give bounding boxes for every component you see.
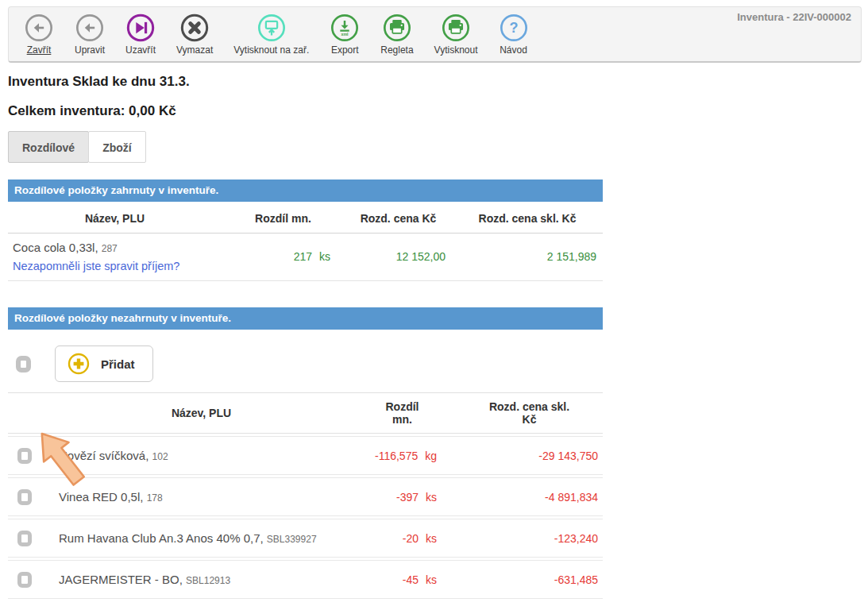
add-item-row: Přidat: [8, 345, 603, 383]
print-to-device-circle-icon: [257, 13, 287, 43]
main-content: Inventura Sklad ke dnu 31.3. Celkem inve…: [8, 74, 603, 599]
table-row: Vinea RED 0,5l 178 -397 ks -4 891,834: [8, 477, 603, 516]
table-row: Rum Havana Club An.3 Anos 40% 0,7 SBL339…: [8, 519, 603, 558]
item-name-cell: Coca cola 0,33l 287 Nezapomněli jste spr…: [8, 241, 222, 272]
toolbar-button-vytisknout-na-zar[interactable]: Vytisknout na zař.: [223, 13, 319, 56]
column-header-stock-price: Rozd. cena skl. Kč: [456, 400, 603, 426]
fix-receipt-link[interactable]: Nezapomněli jste spravit příjem?: [13, 260, 222, 272]
toolbar-button-uzavrit[interactable]: Uzavřít: [115, 13, 166, 56]
item-name-cell: JAGERMEISTER - BO SBL12913: [54, 573, 349, 586]
price-value: 12 152,00: [345, 250, 452, 263]
table-row: Coca cola 0,33l 287 Nezapomněli jste spr…: [8, 234, 603, 281]
qty-cell: 217 ks: [222, 250, 345, 263]
item-plu: 287: [102, 243, 118, 254]
item-plu: 102: [152, 451, 168, 462]
export-xml-circle-icon: xml: [330, 13, 360, 43]
row-checkbox[interactable]: [17, 489, 32, 505]
select-all-checkbox[interactable]: [16, 356, 31, 372]
qty-unit: ks: [319, 250, 330, 263]
toolbar-label: Zavřít: [27, 44, 52, 56]
item-plu: 178: [147, 492, 163, 504]
item-name-cell: Rum Havana Club An.3 Anos 40% 0,7 SBL339…: [54, 531, 349, 545]
item-name: JAGERMEISTER - BO: [59, 573, 183, 586]
toolbar-label: Uzavřít: [125, 44, 156, 56]
toolbar-button-vymazat[interactable]: Vymazat: [166, 13, 223, 56]
item-name-cell: Vinea RED 0,5l 178: [54, 490, 349, 504]
skip-to-end-circle-icon: [125, 13, 156, 43]
qty-value: -20: [403, 532, 419, 545]
column-header-name: Název, PLU: [54, 407, 349, 419]
x-circle-icon: [179, 13, 210, 43]
item-name: Hovězí svíčková: [59, 449, 149, 462]
inventory-total: Celkem inventura: 0,00 Kč: [8, 103, 603, 119]
add-button-label: Přidat: [101, 357, 135, 371]
plus-circle-icon: [67, 352, 91, 376]
arrow-left-circle-icon: [75, 13, 105, 43]
qty-cell: -116,575 kg: [349, 450, 456, 462]
stock-price-value: -123,240: [456, 532, 603, 545]
qty-cell: -45 ks: [349, 573, 456, 586]
table-row: JAGERMEISTER - BO SBL12913 -45 ks -631,4…: [8, 560, 603, 599]
question-circle-icon: ?: [499, 13, 529, 43]
column-header-qty: Rozdíl mn.: [349, 400, 456, 426]
included-items-section: Rozdílové položky zahrnuty v inventuře. …: [8, 179, 603, 281]
qty-value: -116,575: [375, 450, 418, 462]
toolbar: Zavřít Upravit Uzavřít Vymazat V: [8, 6, 862, 63]
document-reference: Inventura - 22IV-000002: [737, 11, 851, 23]
item-name-cell: Hovězí svíčková 102: [54, 449, 349, 462]
qty-cell: -397 ks: [349, 491, 456, 504]
qty-value: -45: [403, 573, 419, 586]
svg-text:xml: xml: [341, 32, 349, 37]
stock-price-value: -29 143,750: [456, 450, 603, 462]
qty-unit: kg: [425, 450, 437, 462]
toolbar-label: Regleta: [380, 44, 413, 56]
qty-unit: ks: [426, 491, 437, 504]
qty-unit: ks: [426, 573, 437, 586]
toolbar-button-navod[interactable]: ? Návod: [488, 13, 539, 56]
tab-rozdilove[interactable]: Rozdílové: [8, 131, 89, 163]
tab-zbozi[interactable]: Zboží: [88, 131, 146, 163]
checkbox-cell: [8, 448, 54, 464]
section-header-included: Rozdílové položky zahrnuty v inventuře.: [8, 179, 603, 202]
toolbar-button-zavrit[interactable]: Zavřít: [14, 13, 64, 56]
section-header-excluded: Rozdílové položky nezahrnuty v inventuře…: [8, 307, 603, 330]
excluded-items-section: Rozdílové položky nezahrnuty v inventuře…: [8, 307, 603, 599]
row-checkbox[interactable]: [17, 531, 32, 546]
toolbar-button-vytisknout[interactable]: Vytisknout: [424, 13, 488, 56]
printer-circle-icon: [382, 13, 412, 43]
column-header-price: Rozd. cena Kč: [345, 212, 452, 225]
page-title: Inventura Sklad ke dnu 31.3.: [8, 74, 603, 90]
qty-unit: ks: [426, 532, 437, 545]
tab-bar: Rozdílové Zboží: [8, 131, 603, 163]
column-header-qty: Rozdíl mn.: [222, 212, 345, 225]
add-button[interactable]: Přidat: [55, 345, 153, 382]
qty-cell: -20 ks: [349, 532, 456, 545]
toolbar-button-export[interactable]: xml Export: [319, 13, 370, 56]
toolbar-button-regleta[interactable]: Regleta: [370, 13, 423, 56]
printer-circle-icon: [441, 13, 471, 43]
stock-price-value: -4 891,834: [456, 491, 603, 504]
stock-price-value: -631,485: [456, 573, 603, 586]
qty-value: 217: [294, 250, 312, 263]
column-header-stock-price: Rozd. cena skl. Kč: [452, 212, 603, 225]
item-plu: SBL339927: [267, 534, 317, 545]
checkbox-cell: [8, 572, 54, 588]
toolbar-label: Upravit: [75, 44, 105, 56]
item-name: Coca cola 0,33l: [13, 241, 98, 254]
item-plu: SBL12913: [186, 575, 230, 586]
row-checkbox[interactable]: [17, 448, 32, 464]
checkbox-cell: [8, 489, 54, 505]
item-name: Vinea RED 0,5l: [59, 490, 143, 504]
qty-value: -397: [396, 491, 419, 504]
checkbox-cell: [8, 531, 54, 546]
toolbar-label: Návod: [500, 44, 527, 56]
toolbar-button-upravit[interactable]: Upravit: [64, 13, 115, 56]
toolbar-label: Export: [331, 44, 359, 56]
included-table-header: Název, PLU Rozdíl mn. Rozd. cena Kč Rozd…: [8, 203, 603, 234]
table-row: Hovězí svíčková 102 -116,575 kg -29 143,…: [8, 436, 603, 475]
toolbar-label: Vymazat: [176, 44, 213, 56]
stock-price-value: 2 151,989: [452, 250, 603, 263]
item-name: Rum Havana Club An.3 Anos 40% 0,7: [59, 531, 264, 545]
toolbar-label: Vytisknout na zař.: [233, 44, 309, 56]
row-checkbox[interactable]: [17, 572, 32, 588]
